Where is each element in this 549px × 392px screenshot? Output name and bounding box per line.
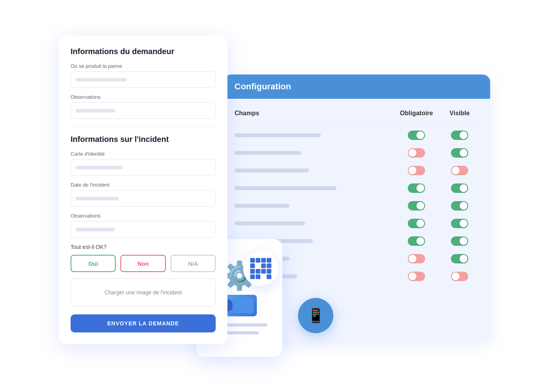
table-row [235, 197, 479, 215]
toggle-obligatoire[interactable] [408, 148, 425, 158]
table-row [235, 144, 479, 162]
table-row [235, 215, 479, 232]
input-date[interactable] [71, 190, 216, 207]
label-carte: Carte d'identité [71, 151, 216, 157]
label-date: Date de l'incident [71, 182, 216, 188]
toggle-visible[interactable] [451, 219, 468, 228]
label-observations2: Observations [71, 213, 216, 219]
label-observations1: Observations [71, 94, 216, 100]
toggle-visible[interactable] [451, 166, 468, 175]
toggle-obligatoire[interactable] [408, 272, 425, 281]
input-panne[interactable] [71, 71, 216, 88]
col-champs-label: Champs [235, 110, 393, 117]
form-group-date: Date de l'incident [71, 182, 216, 207]
toggle-visible[interactable] [451, 131, 468, 140]
form-group-carte: Carte d'identité [71, 151, 216, 176]
form-title-demandeur: Informations du demandeur [71, 47, 216, 56]
input-observations2[interactable] [71, 221, 216, 238]
toggle-obligatoire[interactable] [408, 254, 425, 263]
col-obligatoire-label: Obligatoire [393, 110, 440, 117]
toggle-visible[interactable] [451, 148, 468, 158]
table-row [235, 162, 479, 180]
btn-na[interactable]: N/A [171, 255, 216, 272]
form-group-panne: Où se produit la panne [71, 63, 216, 88]
form-group-obs2: Observations [71, 213, 216, 238]
ok-button-group: Oui Non N/A [71, 255, 216, 272]
table-row [235, 180, 479, 197]
col-visible-label: Visible [440, 110, 479, 117]
upload-area[interactable]: Charger une image de l'incident [71, 278, 216, 307]
upload-label: Charger une image de l'incident [104, 289, 182, 296]
form-panel: Informations du demandeur Où se produit … [59, 35, 227, 344]
toggle-obligatoire[interactable] [408, 131, 425, 140]
toggle-visible[interactable] [451, 183, 468, 193]
toggle-obligatoire[interactable] [408, 166, 425, 175]
toggle-obligatoire[interactable] [408, 201, 425, 211]
config-col-headers: Champs Obligatoire Visible [235, 107, 479, 123]
btn-oui[interactable]: Oui [71, 255, 116, 272]
toggle-visible[interactable] [451, 254, 468, 263]
form-group-obs1: Observations [71, 94, 216, 119]
label-panne: Où se produit la panne [71, 63, 216, 69]
table-row [235, 127, 479, 144]
toggle-obligatoire[interactable] [408, 183, 425, 193]
toggle-visible[interactable] [451, 201, 468, 211]
btn-non[interactable]: Non [120, 255, 165, 272]
input-observations1[interactable] [71, 102, 216, 119]
form-title-incident: Informations sur l'incident [71, 135, 216, 144]
config-title: Configuration [224, 74, 490, 99]
toggle-obligatoire[interactable] [408, 236, 425, 246]
nfc-icon: 📱 [307, 307, 325, 324]
toggle-visible[interactable] [451, 236, 468, 246]
toggle-visible[interactable] [451, 272, 468, 281]
nfc-bubble: 📱 [298, 298, 333, 333]
input-carte[interactable] [71, 159, 216, 176]
divider-1 [71, 127, 216, 127]
submit-button[interactable]: ENVOYER LA DEMANDE [71, 314, 216, 332]
qr-code-bubble [243, 251, 278, 286]
toggle-obligatoire[interactable] [408, 219, 425, 228]
ok-question-label: Tout est-il OK? [71, 244, 216, 250]
